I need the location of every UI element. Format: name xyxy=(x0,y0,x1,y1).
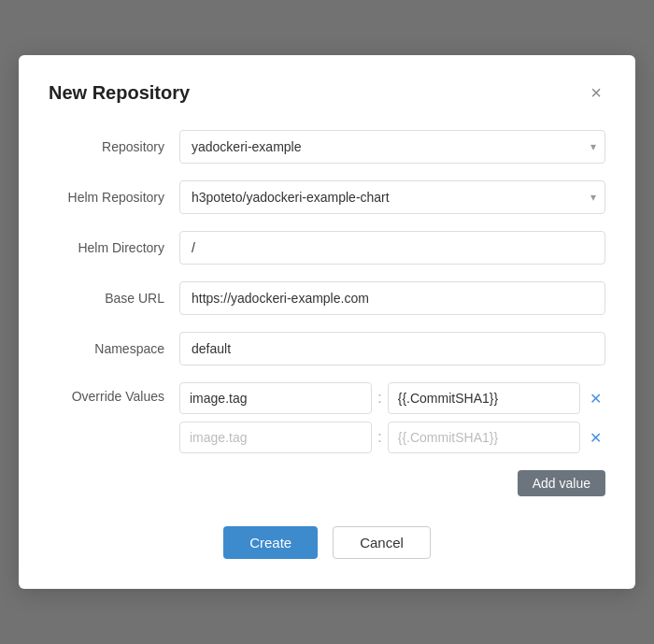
add-value-row: Add value xyxy=(49,470,605,496)
namespace-label: Namespace xyxy=(49,341,179,356)
repository-label: Repository xyxy=(49,139,179,154)
separator-icon: : xyxy=(377,429,381,446)
separator-icon: : xyxy=(377,390,381,407)
create-button[interactable]: Create xyxy=(223,526,318,559)
override-key-1[interactable] xyxy=(179,382,372,414)
repository-select-wrapper: yadockeri-example ▾ xyxy=(179,130,605,164)
override-pair-2: : ✕ xyxy=(179,422,605,453)
cancel-button[interactable]: Cancel xyxy=(333,526,431,559)
override-key-2[interactable] xyxy=(179,422,372,453)
modal-header: New Repository × xyxy=(49,81,605,104)
close-button[interactable]: × xyxy=(587,81,605,104)
modal-overlay: New Repository × Repository yadockeri-ex… xyxy=(0,0,654,644)
base-url-row: Base URL xyxy=(49,281,605,315)
override-values-row: Override Values : ✕ : ✕ xyxy=(49,382,605,453)
remove-override-2-button[interactable]: ✕ xyxy=(586,429,605,447)
remove-override-1-button[interactable]: ✕ xyxy=(586,390,605,408)
helm-directory-input[interactable] xyxy=(179,231,605,265)
namespace-row: Namespace xyxy=(49,332,605,365)
helm-repository-row: Helm Repository h3poteto/yadockeri-examp… xyxy=(49,180,605,214)
repository-select[interactable]: yadockeri-example xyxy=(179,130,605,164)
base-url-input[interactable] xyxy=(179,281,605,315)
override-values-col: : ✕ : ✕ xyxy=(179,382,605,453)
repository-row: Repository yadockeri-example ▾ xyxy=(49,130,605,164)
modal-footer: Create Cancel xyxy=(49,526,605,559)
helm-directory-label: Helm Directory xyxy=(49,240,179,255)
modal-dialog: New Repository × Repository yadockeri-ex… xyxy=(19,55,635,589)
helm-repository-select-wrapper: h3poteto/yadockeri-example-chart ▾ xyxy=(179,180,605,214)
override-value-2[interactable] xyxy=(388,422,580,453)
base-url-label: Base URL xyxy=(49,291,179,306)
override-value-1[interactable] xyxy=(388,382,580,414)
add-value-button[interactable]: Add value xyxy=(518,470,605,496)
override-pair-1: : ✕ xyxy=(179,382,605,414)
override-values-label: Override Values xyxy=(49,382,179,404)
namespace-input[interactable] xyxy=(179,332,605,365)
helm-directory-row: Helm Directory xyxy=(49,231,605,265)
helm-repository-select[interactable]: h3poteto/yadockeri-example-chart xyxy=(179,180,605,214)
helm-repository-label: Helm Repository xyxy=(49,190,179,205)
modal-title: New Repository xyxy=(49,82,190,104)
